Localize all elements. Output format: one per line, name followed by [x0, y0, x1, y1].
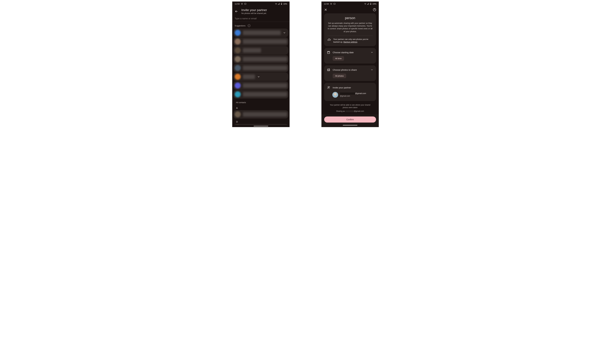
- backup-settings-link[interactable]: Backup settings: [343, 41, 357, 43]
- battery-percent: 19%: [283, 3, 287, 5]
- svg-point-13: [328, 86, 329, 88]
- svg-rect-3: [281, 3, 282, 3]
- svg-rect-8: [371, 3, 371, 3]
- intro-card: person Set up automatic sharing with you…: [324, 13, 376, 46]
- help-icon[interactable]: [373, 8, 376, 12]
- cast-icon: [333, 3, 336, 5]
- contact-item[interactable]: [234, 124, 288, 125]
- alarm-icon: [241, 3, 243, 5]
- wifi-icon: [275, 3, 277, 5]
- chevron-down-icon[interactable]: [371, 51, 373, 54]
- intro-description: Set up automatic sharing with your partn…: [327, 22, 373, 33]
- status-time: 11:53: [235, 3, 240, 5]
- status-bar: 11:54 19%: [321, 1, 379, 6]
- letter-divider-d: D: [234, 119, 288, 124]
- suggestion-item[interactable]: [234, 90, 288, 99]
- content-scroll[interactable]: person Set up automatic sharing with you…: [321, 13, 379, 114]
- svg-rect-11: [327, 52, 330, 54]
- sharing-as-label: Sharing as @gmail.com: [324, 110, 376, 114]
- alarm-icon: [330, 3, 332, 5]
- battery-icon: [280, 3, 283, 5]
- header: [321, 6, 379, 13]
- photo-add-icon: [327, 68, 330, 71]
- chevron-down-icon[interactable]: [257, 75, 260, 78]
- cloud-upload-icon: [327, 38, 331, 41]
- page-subtitle: No photos will be shared yet.: [241, 12, 267, 14]
- suggestions-label: Suggestions: [235, 25, 246, 27]
- cast-icon: [244, 3, 246, 5]
- suggestion-item[interactable]: [234, 46, 288, 55]
- chevron-down-icon[interactable]: [283, 31, 286, 34]
- search-area: [232, 16, 290, 22]
- phone-screen-invite-contacts: 11:53 19% Invite your partn: [232, 1, 290, 127]
- suggestion-item[interactable]: [234, 28, 288, 37]
- starting-date-chip[interactable]: All time: [333, 56, 344, 61]
- photos-to-share-title: Choose photos to share: [333, 68, 368, 71]
- suggestion-item[interactable]: [234, 81, 288, 90]
- intro-title-fragment: person: [327, 16, 373, 20]
- letter-divider-a: A: [234, 105, 288, 110]
- suggestion-item[interactable]: [234, 73, 288, 81]
- suggestion-item[interactable]: [234, 55, 288, 63]
- nav-handle[interactable]: [254, 126, 268, 126]
- status-bar: 11:53 19%: [232, 1, 290, 6]
- confirm-bar: Confirm: [321, 114, 379, 127]
- close-icon[interactable]: [324, 8, 327, 12]
- nav-handle[interactable]: [343, 125, 357, 125]
- svg-rect-9: [370, 4, 371, 5]
- signal-icon: [367, 3, 369, 5]
- svg-rect-1: [244, 3, 246, 4]
- location-disclosure: Your partner will be able to see where y…: [324, 103, 376, 110]
- header: Invite your partner No photos will be sh…: [232, 6, 290, 16]
- suggestion-item[interactable]: [234, 37, 288, 46]
- calendar-icon: [327, 51, 330, 54]
- photos-chip[interactable]: All photos: [333, 74, 346, 78]
- partner-email-secondary: @gmail.com: [340, 95, 373, 97]
- photos-to-share-card[interactable]: Choose photos to share All photos: [324, 65, 376, 81]
- back-arrow-icon[interactable]: [235, 10, 238, 13]
- wifi-icon: [364, 3, 366, 5]
- status-time: 11:54: [324, 3, 329, 5]
- invite-partner-card: Invite your partner @gmail.com @gmail.co…: [324, 83, 376, 101]
- confirm-button[interactable]: Confirm: [324, 117, 376, 123]
- battery-icon: [370, 3, 372, 5]
- signal-icon: [278, 3, 280, 5]
- partner-avatar: [332, 92, 338, 98]
- contact-item[interactable]: [234, 110, 288, 119]
- backup-note: Your partner can only see photos you've …: [333, 38, 373, 43]
- page-title: Invite your partner: [241, 8, 267, 12]
- divider: [327, 36, 373, 36]
- navigation-bar: [232, 125, 290, 127]
- phone-screen-confirm-sharing: 11:54 19%: [321, 1, 379, 127]
- person-add-icon: [327, 86, 330, 89]
- starting-date-card[interactable]: Choose starting date All time: [324, 48, 376, 64]
- svg-rect-6: [334, 3, 335, 4]
- suggestion-item[interactable]: [234, 64, 288, 72]
- battery-percent: 19%: [372, 3, 376, 5]
- chevron-down-icon[interactable]: [371, 68, 373, 71]
- name-email-input[interactable]: [235, 17, 287, 20]
- starting-date-title: Choose starting date: [333, 51, 368, 54]
- svg-rect-4: [281, 4, 282, 5]
- contact-list[interactable]: All contacts A D: [232, 28, 290, 125]
- navigation-bar: [324, 124, 376, 126]
- partner-email-primary: @gmail.com: [340, 92, 373, 95]
- all-contacts-label: All contacts: [234, 99, 288, 105]
- info-icon[interactable]: i: [248, 24, 250, 27]
- invite-partner-title: Invite your partner: [333, 86, 373, 89]
